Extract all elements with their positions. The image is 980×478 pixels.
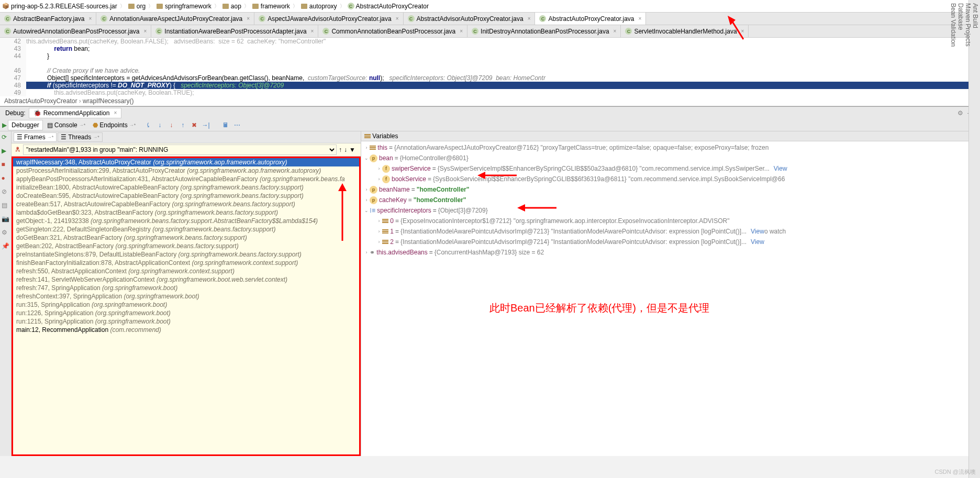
bc-folder[interactable]: autoproxy (300, 3, 337, 10)
filter-icon[interactable]: ▼ (349, 146, 355, 153)
threads-tab[interactable]: ☰Threads→* (58, 132, 103, 142)
frame-row[interactable]: lambda$doGetBean$0:323, AbstractBeanFact… (13, 208, 359, 217)
close-icon[interactable]: × (87, 16, 92, 21)
frame-row[interactable]: run:1215, SpringApplication (org.springf… (13, 317, 359, 326)
resume-icon[interactable]: ▶ (2, 147, 10, 155)
frame-row[interactable]: getBean:202, AbstractBeanFactory (org.sp… (13, 242, 359, 250)
debug-run-tab[interactable]: 🐞RecommendApplication× (29, 108, 122, 118)
close-icon[interactable]: × (141, 28, 147, 34)
tab-active[interactable]: AbstractAutoProxyCreator.java× (535, 13, 646, 25)
maven-tab[interactable]: Maven Projects (964, 3, 972, 469)
tab[interactable]: InitDestroyAnnotationBeanPostProcessor.j… (467, 25, 621, 37)
close-icon[interactable]: × (309, 28, 314, 34)
frame-row[interactable]: getSingleton:222, DefaultSingletonBeanRe… (13, 225, 359, 234)
frame-row[interactable]: applyBeanPostProcessorsAfterInitializati… (13, 175, 359, 183)
subtab-endpoints[interactable]: ⬣Endpoints→* (90, 120, 139, 130)
frame-row[interactable]: refreshContext:397, SpringApplication (o… (13, 292, 359, 301)
step-into-icon[interactable]: ↓ (155, 121, 164, 129)
tab[interactable]: AbstractBeanFactory.java× (0, 13, 96, 25)
variables-tree[interactable]: › this={AnnotationAwareAspectJAutoProxyC… (361, 141, 980, 456)
frame-row[interactable]: refresh:550, AbstractApplicationContext … (13, 267, 359, 275)
close-icon[interactable]: × (394, 16, 399, 21)
close-icon[interactable]: × (244, 16, 250, 21)
frame-row[interactable]: postProcessAfterInitialization:299, Abst… (13, 166, 359, 175)
frame-row[interactable]: run:315, SpringApplication (org.springfr… (13, 301, 359, 309)
expand-icon[interactable]: › (363, 195, 370, 205)
expand-icon[interactable]: › (363, 184, 370, 195)
pin-icon[interactable]: 📌 (2, 242, 10, 251)
drop-frame-icon[interactable]: ✖ (190, 121, 198, 129)
expand-icon[interactable]: › (376, 163, 382, 174)
frame-row[interactable]: run:1226, SpringApplication (org.springf… (13, 309, 359, 317)
close-icon[interactable]: × (458, 28, 463, 34)
expand-icon[interactable]: › (376, 237, 382, 247)
subtab-console[interactable]: ▤Console→* (44, 120, 89, 130)
frame-row[interactable]: initializeBean:1800, AbstractAutowireCap… (13, 183, 359, 192)
mute-icon[interactable]: ⊘ (2, 188, 10, 196)
view-link[interactable]: View (747, 226, 764, 237)
evaluate-icon[interactable]: 🖩 (221, 121, 230, 129)
subtab-debugger[interactable]: Debugger (8, 120, 43, 130)
tab[interactable]: CommonAnnotationBeanPostProcessor.java× (318, 25, 467, 37)
expand-icon[interactable]: › (376, 216, 382, 226)
settings-icon[interactable]: ⚙ (2, 229, 10, 237)
bean-validation-tab[interactable]: Bean Validation (950, 3, 957, 469)
frame-row[interactable]: refresh:141, ServletWebServerApplication… (13, 275, 359, 284)
frame-row[interactable]: createBean:517, AbstractAutowireCapableB… (13, 200, 359, 208)
close-icon[interactable]: × (611, 28, 617, 34)
frame-row[interactable]: getObject:-1, 2141932338 (org.springfram… (13, 217, 359, 225)
structure-breadcrumb[interactable]: AbstractAutoProxyCreator › wrapIfNecessa… (0, 96, 980, 106)
close-icon[interactable]: × (112, 110, 117, 116)
view-link[interactable]: View (770, 163, 787, 174)
code-editor[interactable]: 42this.advisedBeans.put(cacheKey, Boolea… (0, 38, 980, 96)
breakpoints-icon[interactable]: ● (2, 174, 10, 183)
bc-folder[interactable]: aop (222, 3, 241, 10)
stop-icon[interactable]: ■ (2, 161, 10, 169)
frame-row[interactable]: doGetBean:321, AbstractBeanFactory (org.… (13, 234, 359, 242)
bc-jar[interactable]: pring-aop-5.2.3.RELEASE-sources.jar (2, 3, 117, 10)
camera-icon[interactable]: 📷 (2, 215, 10, 224)
frame-row[interactable]: refresh:747, SpringApplication (org.spri… (13, 284, 359, 292)
bc-folder[interactable]: org (128, 3, 146, 10)
close-icon[interactable]: × (526, 16, 531, 21)
resume-icon[interactable]: ▶ (2, 121, 7, 129)
collapse-icon[interactable]: ⌄ (363, 205, 370, 216)
close-icon[interactable]: × (637, 16, 642, 21)
expand-icon[interactable]: › (376, 174, 382, 184)
gutter: 46 (0, 67, 26, 74)
frames-tab[interactable]: ☰Frames→* (14, 132, 57, 142)
frames-list[interactable]: wrapIfNecessary:348, AbstractAutoProxyCr… (12, 157, 361, 456)
run-to-cursor-icon[interactable]: →| (202, 121, 210, 129)
tab[interactable]: AbstractAdvisorAutoProxyCreator.java× (404, 13, 536, 25)
frame-row[interactable]: doCreateBean:595, AbstractAutowireCapabl… (13, 192, 359, 200)
more-icon[interactable]: ⋯ (233, 121, 241, 129)
layout-icon[interactable]: ▤ (2, 202, 10, 210)
thread-dropdown[interactable]: "restartedMain"@1,933 in group "main": R… (23, 144, 337, 155)
tab[interactable]: InstantiationAwareBeanPostProcessorAdapt… (151, 25, 318, 37)
bc-class[interactable]: AbstractAutoProxyCreator (348, 3, 429, 10)
tab[interactable]: AutowiredAnnotationBeanPostProcessor.jav… (0, 25, 151, 37)
tab[interactable]: AnnotationAwareAspectJAutoProxyCreator.j… (96, 13, 254, 25)
tab[interactable]: AspectJAwareAdvisorAutoProxyCreator.java… (254, 13, 403, 25)
collapse-icon[interactable]: ⌄ (363, 153, 370, 163)
view-link[interactable]: View (747, 237, 764, 247)
prev-frame-icon[interactable]: ↑ (339, 146, 342, 153)
step-over-icon[interactable]: ⤹ (144, 121, 152, 129)
frame-row[interactable]: main:12, RecommendApplication (com.recom… (13, 326, 359, 334)
force-step-into-icon[interactable]: ↓ (167, 121, 175, 129)
close-icon[interactable]: × (739, 28, 744, 34)
frame-row[interactable]: preInstantiateSingletons:879, DefaultLis… (13, 250, 359, 259)
expand-icon[interactable]: › (363, 142, 370, 153)
database-tab[interactable]: Database (957, 3, 964, 469)
bc-folder[interactable]: framework (252, 3, 290, 10)
tab[interactable]: ServletInvocableHandlerMethod.java× (621, 25, 749, 37)
frame-row[interactable]: wrapIfNecessary:348, AbstractAutoProxyCr… (13, 158, 359, 166)
expand-icon[interactable]: › (363, 247, 370, 258)
step-out-icon[interactable]: ↑ (179, 121, 187, 129)
ant-build-tab[interactable]: Ant Build (972, 3, 979, 469)
expand-icon[interactable]: › (376, 226, 382, 237)
bc-folder[interactable]: springframework (156, 3, 211, 10)
frame-row[interactable]: finishBeanFactoryInitialization:878, Abs… (13, 259, 359, 267)
rerun-icon[interactable]: ⟳ (2, 134, 10, 142)
next-frame-icon[interactable]: ↓ (344, 146, 347, 153)
